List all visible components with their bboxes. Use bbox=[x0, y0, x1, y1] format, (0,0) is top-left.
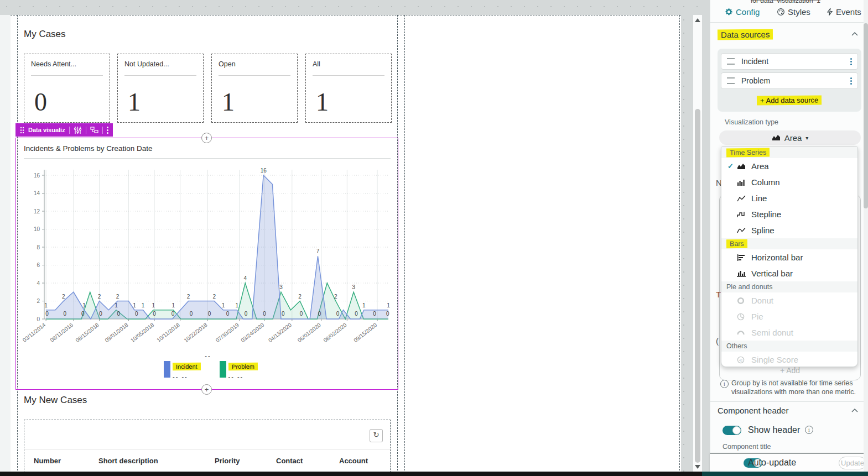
menu-item-donut[interactable]: Donut bbox=[721, 292, 857, 308]
check-icon: ✓ bbox=[727, 162, 737, 170]
stat-card-needs-attention[interactable]: Needs Attent... 0 bbox=[24, 54, 110, 123]
svg-text:42: 42 bbox=[739, 358, 743, 362]
my-new-cases-title: My New Cases bbox=[24, 395, 87, 406]
scroll-up-arrow[interactable] bbox=[695, 18, 700, 22]
sliders-icon[interactable] bbox=[74, 127, 82, 134]
svg-text:0: 0 bbox=[282, 311, 285, 317]
panel-scrollbar-thumb[interactable] bbox=[864, 23, 868, 208]
menu-item-horizontal-bar[interactable]: Horizontal bar bbox=[721, 249, 857, 265]
area-chart[interactable]: 0246810121416111432231212211221116711000… bbox=[19, 162, 393, 355]
data-source-row-incident[interactable]: Incident bbox=[721, 53, 858, 70]
chart-title-divider bbox=[24, 158, 391, 159]
svg-text:1: 1 bbox=[152, 302, 155, 308]
svg-text:2: 2 bbox=[62, 294, 65, 300]
refresh-button[interactable]: ↻ bbox=[370, 429, 383, 442]
svg-text:1: 1 bbox=[362, 302, 366, 308]
column2-left-guide bbox=[404, 15, 405, 476]
add-component-below-button[interactable]: + bbox=[201, 384, 212, 395]
menu-item-area[interactable]: ✓ Area bbox=[721, 158, 857, 174]
selected-visualization: Area bbox=[784, 133, 802, 143]
toolbar-component-label: Data visualiz bbox=[28, 127, 65, 133]
tree-icon[interactable] bbox=[90, 127, 98, 133]
svg-text:08/11/2016: 08/11/2016 bbox=[49, 322, 74, 343]
stat-card-value: 1 bbox=[128, 87, 141, 117]
menu-item-stepline[interactable]: Stepline bbox=[721, 206, 857, 222]
svg-text:2: 2 bbox=[212, 294, 216, 300]
area-chart-icon bbox=[772, 134, 781, 141]
kebab-menu-icon[interactable] bbox=[850, 77, 852, 85]
page-left-gutter bbox=[0, 15, 11, 472]
my-cases-title: My Cases bbox=[24, 29, 66, 40]
kebab-icon[interactable] bbox=[107, 127, 108, 134]
data-sources-header[interactable]: Data sources bbox=[718, 29, 773, 40]
menu-item-semi-donut[interactable]: Semi donut bbox=[721, 325, 857, 341]
chart-legend[interactable]: -- Incident -- -- Problem -- -- bbox=[164, 352, 297, 381]
toolbar-separator bbox=[86, 127, 86, 134]
panel-scrollbar[interactable] bbox=[864, 0, 868, 472]
legend-item-incident[interactable]: Incident -- -- bbox=[164, 361, 201, 381]
menu-item-single-score[interactable]: 42 Single Score bbox=[721, 352, 857, 367]
svg-text:10/11/2018: 10/11/2018 bbox=[155, 322, 181, 343]
add-component-above-button[interactable]: + bbox=[201, 133, 212, 143]
svg-text:0: 0 bbox=[99, 311, 102, 317]
tab-config[interactable]: Config bbox=[725, 7, 760, 17]
stat-card-open[interactable]: Open 1 bbox=[211, 54, 298, 123]
scroll-down-arrow[interactable] bbox=[695, 465, 700, 469]
svg-text:1: 1 bbox=[236, 302, 239, 308]
data-source-row-problem[interactable]: Problem bbox=[721, 72, 858, 89]
scrollbar-thumb[interactable] bbox=[695, 109, 700, 463]
column-header-short-description[interactable]: Short description bbox=[98, 457, 158, 465]
single-score-icon: 42 bbox=[737, 356, 751, 364]
drag-dots-icon[interactable] bbox=[20, 127, 24, 134]
legend-value-dashes: -- -- bbox=[228, 373, 244, 380]
legend-label: Problem bbox=[228, 363, 257, 371]
column-header-contact[interactable]: Contact bbox=[276, 457, 303, 465]
tab-events[interactable]: Events bbox=[827, 7, 861, 17]
info-icon[interactable]: i bbox=[805, 426, 813, 434]
column-header-number[interactable]: Number bbox=[34, 457, 61, 465]
svg-text:12: 12 bbox=[34, 208, 40, 215]
bottom-edge-strip bbox=[0, 472, 702, 476]
chevron-up-icon[interactable] bbox=[851, 32, 858, 36]
stat-card-not-updated[interactable]: Not Updated... 1 bbox=[117, 54, 204, 123]
component-toolbar[interactable]: Data visualiz bbox=[15, 123, 113, 137]
menu-item-spline[interactable]: Spline bbox=[721, 222, 857, 238]
stat-card-divider bbox=[124, 75, 196, 76]
drag-handle-icon[interactable] bbox=[727, 58, 735, 65]
canvas-scrollbar[interactable] bbox=[693, 15, 702, 472]
column-header-account[interactable]: Account bbox=[339, 457, 368, 465]
svg-text:0: 0 bbox=[64, 311, 67, 317]
svg-text:10/22/2018: 10/22/2018 bbox=[183, 322, 209, 344]
kebab-menu-icon[interactable] bbox=[850, 58, 852, 65]
problem-swatch bbox=[220, 361, 226, 378]
horizontal-bar-icon bbox=[737, 254, 751, 261]
palette-icon bbox=[777, 8, 785, 16]
data-sources-title: Data sources bbox=[718, 29, 773, 40]
svg-text:1: 1 bbox=[222, 302, 225, 308]
menu-item-vertical-bar[interactable]: Vertical bar bbox=[721, 265, 857, 281]
update-button[interactable]: Update bbox=[839, 457, 866, 469]
svg-text:1: 1 bbox=[115, 302, 118, 308]
stat-card-divider bbox=[313, 75, 384, 76]
visualization-type-label: Visualization type bbox=[725, 118, 778, 126]
svg-text:1: 1 bbox=[387, 302, 390, 308]
menu-item-pie[interactable]: Pie bbox=[721, 308, 857, 325]
add-data-source-button[interactable]: + Add data source bbox=[718, 95, 861, 105]
stat-card-label: All bbox=[313, 60, 320, 68]
stat-card-all[interactable]: All 1 bbox=[305, 54, 392, 123]
menu-item-line[interactable]: Line bbox=[721, 190, 857, 206]
visualization-type-dropdown-button[interactable]: Area ▾ bbox=[719, 130, 861, 145]
legend-top-dash: -- bbox=[164, 352, 252, 359]
svg-text:0: 0 bbox=[153, 311, 156, 317]
chevron-up-icon[interactable] bbox=[851, 409, 858, 412]
column-header-priority[interactable]: Priority bbox=[215, 457, 240, 465]
drag-handle-icon[interactable] bbox=[727, 77, 735, 84]
refresh-icon: ↻ bbox=[373, 431, 380, 439]
tab-label: Styles bbox=[788, 7, 810, 17]
menu-item-column[interactable]: Column bbox=[721, 174, 857, 190]
cases-table[interactable]: ↻ Number Short description Priority Cont… bbox=[24, 420, 391, 475]
svg-text:16: 16 bbox=[34, 172, 40, 179]
tab-styles[interactable]: Styles bbox=[777, 7, 810, 17]
legend-item-problem[interactable]: Problem -- -- bbox=[220, 361, 258, 381]
show-header-toggle[interactable] bbox=[723, 426, 741, 435]
